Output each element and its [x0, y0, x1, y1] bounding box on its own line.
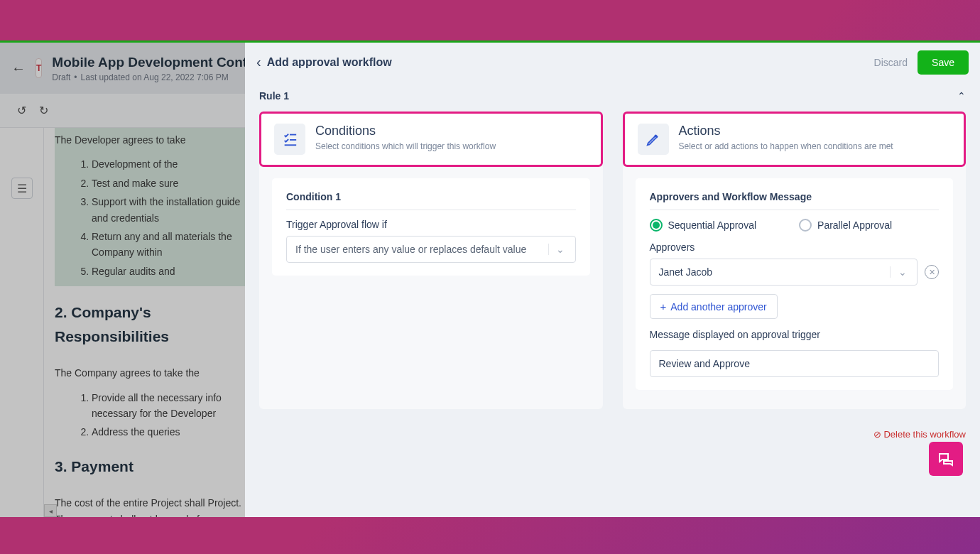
add-approver-button[interactable]: + Add another approver	[650, 294, 778, 319]
chevron-down-icon: ⌄	[890, 266, 908, 278]
document-title: Mobile App Development Contract	[52, 55, 272, 70]
chevron-up-icon[interactable]: ⌃	[957, 90, 966, 102]
left-sidebar: ☰	[0, 128, 44, 517]
actions-title: Actions	[679, 124, 893, 138]
redo-icon[interactable]: ↻	[39, 104, 48, 117]
approvers-card-title: Approvers and Workflow Message	[650, 191, 940, 202]
plus-icon: +	[660, 300, 667, 313]
doc-status: Draft	[52, 72, 70, 82]
parallel-radio[interactable]: Parallel Approval	[799, 219, 892, 232]
parallel-label: Parallel Approval	[817, 219, 892, 231]
list-item: Test and make sure	[92, 175, 245, 191]
conditions-panel: Conditions Select conditions which will …	[259, 112, 603, 409]
chat-fab[interactable]	[929, 442, 963, 476]
checklist-icon	[274, 124, 305, 155]
drawer-title: Add approval workflow	[267, 56, 392, 69]
pencil-icon	[638, 124, 669, 155]
conditions-title: Conditions	[315, 124, 496, 138]
workflow-drawer: ‹ Add approval workflow Discard Save Rul…	[245, 43, 980, 517]
list-item: Return any and all materials the Company…	[92, 229, 245, 261]
conditions-header: Conditions Select conditions which will …	[259, 112, 603, 167]
list-item: Provide all the necessary info necessary…	[92, 390, 245, 422]
back-arrow-icon[interactable]: ←	[11, 60, 26, 77]
message-input[interactable]	[650, 350, 940, 377]
outline-icon[interactable]: ☰	[11, 178, 33, 199]
conditions-subtitle: Select conditions which will trigger thi…	[315, 141, 496, 151]
delete-workflow-link[interactable]: Delete this workflow	[873, 429, 966, 440]
list-item: Development of the	[92, 156, 245, 172]
sequential-label: Sequential Approval	[668, 219, 757, 231]
drawer-body: Rule 1 ⌃ Conditions Select conditions wh…	[245, 82, 980, 517]
approvers-card: Approvers and Workflow Message Sequentia…	[636, 178, 954, 390]
section-intro: The Company agrees to take the	[55, 365, 245, 381]
discard-button[interactable]: Discard	[874, 57, 908, 68]
app-frame: ← T Mobile App Development Contract Draf…	[0, 40, 980, 517]
template-badge: T	[36, 58, 42, 78]
intro-text: The Developer agrees to take	[55, 132, 245, 148]
dev-responsibilities-list: Development of the Test and make sure Su…	[55, 156, 245, 279]
trigger-select[interactable]: If the user enters any value or replaces…	[286, 236, 576, 263]
list-item: Address the queries	[92, 424, 245, 440]
payment-text: The cost of the entire Project shall Pro…	[55, 495, 245, 517]
actions-header: Actions Select or add actions to happen …	[623, 112, 967, 167]
undo-icon[interactable]: ↺	[17, 104, 26, 117]
editor-toolbar: ↺ ↻	[0, 94, 245, 128]
message-label: Message displayed on approval trigger	[650, 329, 940, 340]
sequential-radio[interactable]: Sequential Approval	[650, 219, 757, 232]
document-header: ← T Mobile App Development Contract Draf…	[0, 43, 245, 94]
drawer-header: ‹ Add approval workflow Discard Save	[245, 43, 980, 82]
doc-updated: Last updated on Aug 22, 2022 7:06 PM	[81, 72, 229, 82]
highlighted-block: The Developer agrees to take Development…	[55, 128, 245, 286]
chevron-left-icon[interactable]: ‹	[256, 54, 261, 70]
add-approver-label: Add another approver	[670, 301, 766, 313]
company-list: Provide all the necessary info necessary…	[55, 390, 245, 440]
actions-panel: Actions Select or add actions to happen …	[623, 112, 967, 409]
actions-subtitle: Select or add actions to happen when con…	[679, 141, 893, 151]
condition-card: Condition 1 Trigger Approval flow if If …	[272, 178, 590, 276]
approver-value: Janet Jacob	[659, 266, 713, 278]
trigger-label: Trigger Approval flow if	[286, 219, 576, 230]
chevron-down-icon: ⌄	[548, 244, 567, 255]
rule-label: Rule 1	[259, 90, 289, 102]
save-button[interactable]: Save	[918, 50, 969, 75]
section-heading: 2. Company's Responsibilities	[55, 300, 245, 348]
scroll-left-icon[interactable]: ◂	[44, 504, 57, 517]
list-item: Support with the installation guide and …	[92, 194, 245, 226]
document-body: The Developer agrees to take Development…	[44, 128, 245, 517]
approvers-label: Approvers	[650, 241, 940, 253]
section-heading: 3. Payment	[55, 455, 245, 479]
remove-approver-icon[interactable]: ✕	[925, 265, 939, 279]
doc-title-block: Mobile App Development Contract Draft•La…	[52, 55, 272, 82]
approval-type-radio-group: Sequential Approval Parallel Approval	[650, 219, 940, 232]
approver-select[interactable]: Janet Jacob ⌄	[650, 259, 918, 286]
condition-card-title: Condition 1	[286, 191, 576, 202]
list-item: Regular audits and	[92, 264, 245, 279]
document-subtitle: Draft•Last updated on Aug 22, 2022 7:06 …	[52, 72, 272, 82]
trigger-value: If the user enters any value or replaces…	[295, 244, 526, 255]
